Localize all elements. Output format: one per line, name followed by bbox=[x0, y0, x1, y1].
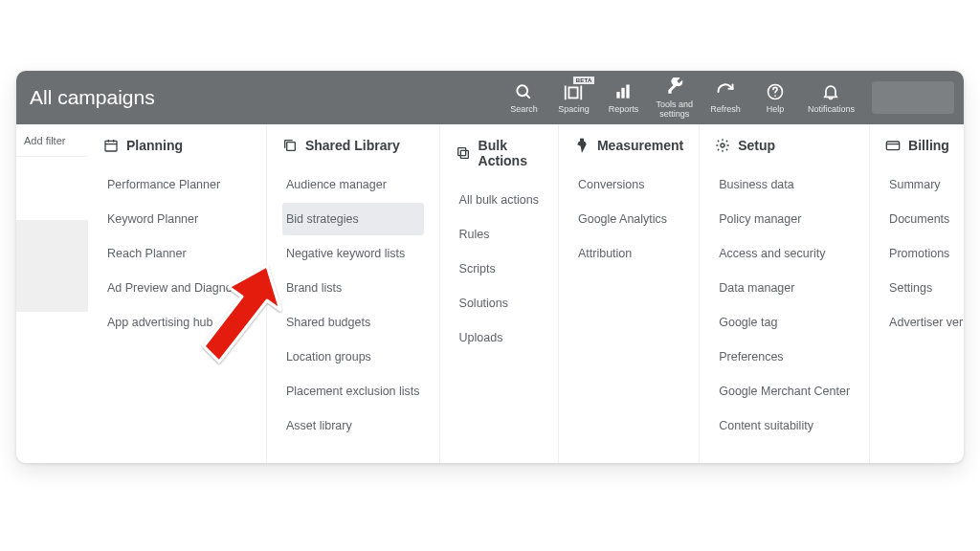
menu-item[interactable]: Audience manager bbox=[282, 168, 424, 201]
app-window: All campaigns SearchSpacingBETAReportsTo… bbox=[16, 71, 964, 463]
beta-badge: BETA bbox=[573, 77, 595, 84]
setup-icon bbox=[715, 138, 730, 153]
column-header: Planning bbox=[103, 138, 251, 153]
svg-rect-6 bbox=[622, 88, 625, 99]
svg-rect-15 bbox=[460, 150, 468, 158]
tools-icon bbox=[664, 77, 685, 98]
sidebar-segment[interactable] bbox=[16, 157, 88, 220]
menu-item[interactable]: Placement exclusion lists bbox=[282, 375, 424, 408]
svg-point-19 bbox=[721, 143, 724, 147]
menu-column-planning: PlanningPerformance PlannerKeyword Plann… bbox=[88, 124, 267, 463]
menu-item[interactable]: Scripts bbox=[456, 253, 543, 285]
svg-rect-5 bbox=[617, 92, 620, 99]
menu-item[interactable]: Performance Planner bbox=[103, 168, 251, 201]
topbar-action-label: Reports bbox=[609, 105, 639, 114]
menu-item[interactable]: Promotions bbox=[885, 237, 964, 270]
column-title: Bulk Actions bbox=[479, 138, 543, 168]
column-header: Setup bbox=[715, 138, 854, 153]
planning-icon bbox=[103, 138, 119, 153]
menu-item[interactable]: Rules bbox=[456, 218, 543, 251]
topbar-help-button[interactable]: Help bbox=[750, 71, 800, 124]
menu-item[interactable]: Google Analytics bbox=[574, 203, 683, 235]
sidebar-segment-active[interactable] bbox=[16, 220, 88, 312]
svg-rect-17 bbox=[580, 139, 584, 142]
menu-item[interactable]: Bid strategies bbox=[282, 203, 424, 235]
menu-item[interactable]: Uploads bbox=[456, 321, 543, 354]
column-list: Business dataPolicy managerAccess and se… bbox=[715, 168, 854, 442]
menu-column-setup: SetupBusiness dataPolicy managerAccess a… bbox=[700, 124, 870, 463]
topbar-spacing-button[interactable]: SpacingBETA bbox=[548, 71, 598, 124]
topbar-action-label: Help bbox=[767, 105, 785, 114]
topbar-action-label: Refresh bbox=[710, 105, 741, 114]
menu-item[interactable]: Google Merchant Center bbox=[715, 375, 854, 408]
menu-item[interactable]: Documents bbox=[885, 203, 964, 235]
column-header: Bulk Actions bbox=[456, 138, 543, 168]
menu-item[interactable]: Business data bbox=[715, 168, 854, 201]
menu-item[interactable]: Solutions bbox=[456, 287, 543, 320]
column-title: Measurement bbox=[597, 138, 683, 153]
menu-item[interactable]: Preferences bbox=[715, 341, 854, 373]
svg-rect-14 bbox=[287, 143, 296, 151]
menu-item[interactable]: Policy manager bbox=[715, 203, 854, 235]
column-title: Billing bbox=[908, 138, 949, 153]
menu-item[interactable]: Advertiser verification bbox=[885, 306, 964, 339]
menu-item[interactable]: Settings bbox=[885, 272, 964, 304]
menu-item[interactable]: Asset library bbox=[282, 409, 424, 442]
menu-column-shared-library: Shared LibraryAudience managerBid strate… bbox=[267, 124, 440, 463]
svg-rect-20 bbox=[886, 142, 899, 150]
sidebar-body bbox=[16, 157, 88, 463]
measurement-icon bbox=[574, 138, 590, 153]
menu-item[interactable]: All bulk actions bbox=[456, 184, 543, 216]
column-header: Shared Library bbox=[282, 138, 424, 153]
menu-item[interactable]: Brand lists bbox=[282, 272, 424, 304]
tools-megamenu: PlanningPerformance PlannerKeyword Plann… bbox=[88, 124, 964, 463]
svg-line-1 bbox=[526, 94, 530, 98]
topbar-tools-button[interactable]: Tools andsettings bbox=[648, 71, 701, 124]
menu-item[interactable]: Summary bbox=[885, 168, 964, 201]
menu-column-billing: BillingSummaryDocumentsPromotionsSetting… bbox=[870, 124, 964, 463]
add-filter-button[interactable]: Add filter bbox=[16, 124, 88, 157]
svg-point-9 bbox=[774, 95, 776, 97]
topbar-notifications-button[interactable]: Notifications bbox=[800, 71, 862, 124]
topbar-action-label: Tools andsettings bbox=[656, 100, 693, 119]
notifications-icon bbox=[820, 81, 841, 102]
column-title: Planning bbox=[126, 138, 183, 153]
search-icon bbox=[513, 81, 534, 102]
menu-item[interactable]: Conversions bbox=[574, 168, 683, 201]
topbar-refresh-button[interactable]: Refresh bbox=[701, 71, 750, 124]
topbar-search-button[interactable]: Search bbox=[499, 71, 548, 124]
page-title: All campaigns bbox=[16, 86, 499, 109]
topbar-action-label: Spacing bbox=[558, 105, 590, 114]
menu-item[interactable]: Keyword Planner bbox=[103, 203, 251, 235]
column-title: Shared Library bbox=[305, 138, 400, 153]
account-switcher[interactable] bbox=[872, 81, 954, 114]
shared-library-icon bbox=[282, 138, 298, 153]
menu-item[interactable]: Google tag bbox=[715, 306, 854, 339]
column-title: Setup bbox=[738, 138, 775, 153]
help-icon bbox=[765, 81, 786, 102]
column-list: Performance PlannerKeyword PlannerReach … bbox=[103, 168, 251, 339]
svg-rect-10 bbox=[105, 141, 117, 151]
menu-item[interactable]: Location groups bbox=[282, 341, 424, 373]
svg-rect-2 bbox=[569, 87, 578, 98]
menu-item[interactable]: Data manager bbox=[715, 272, 854, 304]
menu-column-bulk-actions: Bulk ActionsAll bulk actionsRulesScripts… bbox=[440, 124, 559, 463]
menu-item[interactable]: Ad Preview and Diagnosis bbox=[103, 272, 251, 304]
menu-item[interactable]: Access and security bbox=[715, 237, 854, 270]
reports-icon bbox=[612, 81, 634, 102]
menu-item[interactable]: Content suitability bbox=[715, 409, 854, 442]
topbar-action-label: Search bbox=[510, 105, 538, 114]
refresh-icon bbox=[715, 81, 736, 102]
menu-item[interactable]: Reach Planner bbox=[103, 237, 251, 270]
menu-item[interactable]: Attribution bbox=[574, 237, 683, 270]
topbar-reports-button[interactable]: Reports bbox=[598, 71, 648, 124]
menu-item[interactable]: App advertising hub bbox=[103, 306, 251, 339]
column-list: All bulk actionsRulesScriptsSolutionsUpl… bbox=[456, 184, 543, 354]
menu-column-measurement: MeasurementConversionsGoogle AnalyticsAt… bbox=[559, 124, 700, 463]
column-list: SummaryDocumentsPromotionsSettingsAdvert… bbox=[885, 168, 964, 339]
menu-item[interactable]: Negative keyword lists bbox=[282, 237, 424, 270]
topbar-action-label: Notifications bbox=[808, 105, 855, 114]
column-list: Audience managerBid strategiesNegative k… bbox=[282, 168, 424, 442]
header-actions: SearchSpacingBETAReportsTools andsetting… bbox=[499, 71, 862, 124]
menu-item[interactable]: Shared budgets bbox=[282, 306, 424, 339]
